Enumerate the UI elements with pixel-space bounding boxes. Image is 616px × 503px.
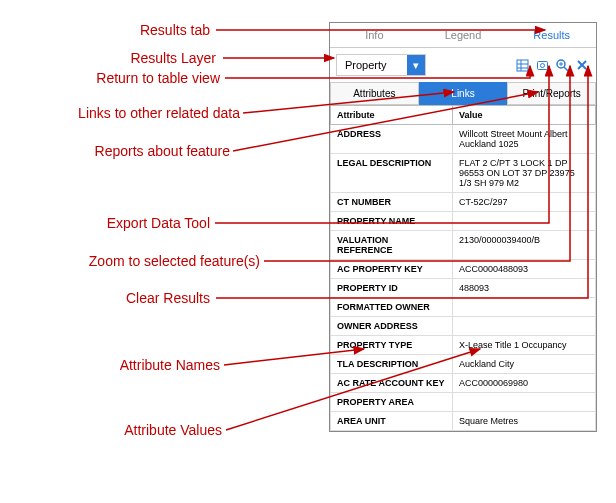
attr-name: PROPERTY ID (331, 279, 453, 298)
attr-value: 488093 (452, 279, 595, 298)
attr-value: Square Metres (452, 412, 595, 431)
attr-value (452, 298, 595, 317)
attr-name: ADDRESS (331, 125, 453, 154)
attr-value: ACC0000488093 (452, 260, 595, 279)
attr-value (452, 393, 595, 412)
attr-value: Willcott Street Mount Albert Auckland 10… (452, 125, 595, 154)
table-row: PROPERTY AREA (331, 393, 596, 412)
results-panel: Info Legend Results Property ▾ Attribute… (329, 22, 597, 432)
top-tabs: Info Legend Results (330, 23, 596, 48)
table-row: TLA DESCRIPTIONAuckland City (331, 355, 596, 374)
col-header-name: Attribute (331, 106, 453, 125)
table-row: LEGAL DESCRIPTIONFLAT 2 C/PT 3 LOCK 1 DP… (331, 154, 596, 193)
attr-value (452, 212, 595, 231)
label-zoom: Zoom to selected feature(s) (30, 253, 260, 269)
attr-name: CT NUMBER (331, 193, 453, 212)
table-row: PROPERTY TYPEX-Lease Title 1 Occupancy (331, 336, 596, 355)
label-results-layer: Results Layer (30, 50, 216, 66)
table-row: CT NUMBERCT-52C/297 (331, 193, 596, 212)
table-row: FORMATTED OWNER (331, 298, 596, 317)
subtab-links[interactable]: Links (419, 82, 508, 105)
label-return-table: Return to table view (30, 70, 220, 86)
attr-name: PROPERTY AREA (331, 393, 453, 412)
chevron-down-icon[interactable]: ▾ (407, 55, 425, 75)
table-view-icon[interactable] (514, 57, 530, 73)
tab-legend[interactable]: Legend (419, 23, 508, 47)
table-row: VALUATION REFERENCE2130/0000039400/B (331, 231, 596, 260)
table-row: PROPERTY ID488093 (331, 279, 596, 298)
svg-line-7 (564, 67, 568, 71)
svg-rect-0 (517, 60, 528, 71)
layer-dropdown[interactable]: Property ▾ (336, 54, 426, 76)
subtab-attributes[interactable]: Attributes (330, 82, 419, 105)
attr-name: VALUATION REFERENCE (331, 231, 453, 260)
attr-name: PROPERTY TYPE (331, 336, 453, 355)
label-clear: Clear Results (30, 290, 210, 306)
table-row: AREA UNITSquare Metres (331, 412, 596, 431)
zoom-icon[interactable] (554, 57, 570, 73)
table-row: OWNER ADDRESS (331, 317, 596, 336)
table-row: AC RATE ACCOUNT KEYACC0000069980 (331, 374, 596, 393)
layer-row: Property ▾ (330, 48, 596, 82)
table-row: AC PROPERTY KEYACC0000488093 (331, 260, 596, 279)
attr-value: Auckland City (452, 355, 595, 374)
label-reports: Reports about feature (30, 143, 230, 159)
table-row: PROPERTY NAME (331, 212, 596, 231)
attr-name: AC PROPERTY KEY (331, 260, 453, 279)
col-header-value: Value (452, 106, 595, 125)
attr-value: 2130/0000039400/B (452, 231, 595, 260)
label-links: Links to other related data (30, 105, 240, 121)
label-attr-names: Attribute Names (30, 357, 220, 373)
svg-rect-4 (537, 61, 547, 69)
attr-value (452, 317, 595, 336)
label-results-tab: Results tab (30, 22, 210, 38)
attr-value: FLAT 2 C/PT 3 LOCK 1 DP 96553 ON LOT 37 … (452, 154, 595, 193)
tab-info[interactable]: Info (330, 23, 419, 47)
close-icon[interactable] (574, 57, 590, 73)
attr-name: PROPERTY NAME (331, 212, 453, 231)
attr-name: FORMATTED OWNER (331, 298, 453, 317)
layer-selected: Property (337, 56, 407, 74)
tab-results[interactable]: Results (507, 23, 596, 47)
attr-value: ACC0000069980 (452, 374, 595, 393)
attr-name: TLA DESCRIPTION (331, 355, 453, 374)
export-icon[interactable] (534, 57, 550, 73)
attr-name: OWNER ADDRESS (331, 317, 453, 336)
label-attr-values: Attribute Values (30, 422, 222, 438)
attr-value: CT-52C/297 (452, 193, 595, 212)
attribute-table: Attribute Value ADDRESSWillcott Street M… (330, 105, 596, 431)
sub-tabs: Attributes Links Print/Reports (330, 82, 596, 105)
svg-point-5 (540, 63, 544, 67)
attr-value: X-Lease Title 1 Occupancy (452, 336, 595, 355)
table-row: ADDRESSWillcott Street Mount Albert Auck… (331, 125, 596, 154)
attr-name: LEGAL DESCRIPTION (331, 154, 453, 193)
attr-name: AREA UNIT (331, 412, 453, 431)
label-export: Export Data Tool (30, 215, 210, 231)
subtab-reports[interactable]: Print/Reports (507, 82, 596, 105)
attr-name: AC RATE ACCOUNT KEY (331, 374, 453, 393)
